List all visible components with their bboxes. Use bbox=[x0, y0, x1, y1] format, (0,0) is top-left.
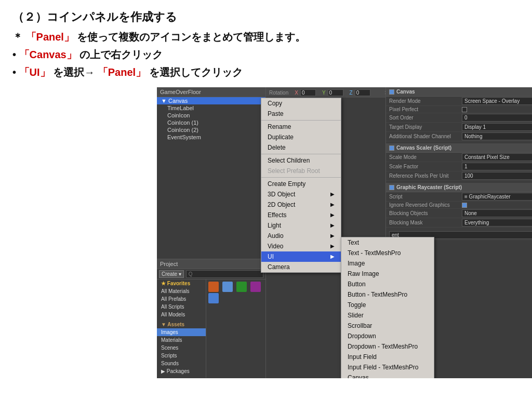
bullet2-suffix: の上で右クリック bbox=[79, 49, 163, 60]
context-select-children[interactable]: Select Children bbox=[261, 155, 341, 166]
all-models-item[interactable]: All Models bbox=[157, 311, 206, 318]
context-select-prefab-root: Select Prefab Root bbox=[261, 166, 341, 176]
all-scripts-item[interactable]: All Scripts bbox=[157, 303, 206, 311]
separator-1 bbox=[261, 120, 341, 121]
canvas-scaler-title: Canvas Scaler (Script) bbox=[396, 145, 451, 151]
images-folder[interactable]: Images bbox=[157, 328, 206, 336]
submenu-text-meshpro[interactable]: Text - TextMeshPro bbox=[341, 248, 434, 258]
scaler-enabled-checkbox[interactable] bbox=[389, 145, 394, 151]
submenu-raw-image[interactable]: Raw Image bbox=[341, 269, 434, 279]
ref-pixels-value[interactable]: 100 bbox=[462, 172, 532, 180]
context-create-empty[interactable]: Create Empty bbox=[261, 179, 341, 189]
canvas-enabled-checkbox[interactable] bbox=[389, 89, 394, 95]
pixel-perfect-label: Pixel Perfect bbox=[389, 107, 462, 112]
context-menu: Copy Paste Rename Duplicate Delete Selec… bbox=[261, 98, 341, 273]
assets-section: ▼ Assets bbox=[157, 321, 206, 328]
scale-mode-label: Scale Mode bbox=[389, 154, 462, 160]
blocking-mask-value[interactable]: Everything bbox=[462, 219, 532, 227]
screenshot-container: Rotation X 0 Y 0 Z 0 Scale X 1 Y 1 Z 1 G… bbox=[157, 87, 532, 378]
shader-channel-row: Additional Shader Channel Nothing bbox=[386, 132, 532, 141]
context-effects[interactable]: Effects bbox=[261, 210, 341, 220]
project-search-input[interactable] bbox=[186, 270, 263, 278]
blocking-mask-row: Blocking Mask Everything bbox=[386, 218, 532, 228]
submenu-dropdown-meshpro[interactable]: Dropdown - TextMeshPro bbox=[341, 341, 434, 352]
submenu-toggle[interactable]: Toggle bbox=[341, 300, 434, 310]
canvas-red-text: 「Canvas」 bbox=[19, 49, 77, 60]
scale-mode-value[interactable]: Constant Pixel Size bbox=[462, 153, 532, 161]
ui-red-text: 「UI」 bbox=[19, 66, 50, 78]
rotation-z-value: 0 bbox=[355, 89, 370, 96]
canvas-scaler-header: Canvas Scaler (Script) ℹ bbox=[386, 143, 532, 153]
materials-folder[interactable]: Materials bbox=[157, 336, 206, 344]
context-duplicate[interactable]: Duplicate bbox=[261, 132, 341, 142]
script-row: Script ≡ GraphicRaycaster bbox=[386, 192, 532, 202]
blocking-objects-value[interactable]: None bbox=[462, 209, 532, 217]
blocking-mask-label: Blocking Mask bbox=[389, 220, 462, 225]
submenu-input-field[interactable]: Input Field bbox=[341, 352, 434, 362]
raycaster-header: Graphic Raycaster (Script) ℹ bbox=[386, 183, 532, 192]
pixel-perfect-row: Pixel Perfect bbox=[386, 106, 532, 113]
context-3d-object[interactable]: 3D Object bbox=[261, 189, 341, 200]
render-mode-value[interactable]: Screen Space - Overlay bbox=[462, 97, 532, 105]
rotation-label: Rotation bbox=[269, 90, 288, 96]
submenu-button[interactable]: Button bbox=[341, 279, 434, 289]
submenu-canvas[interactable]: Canvas bbox=[341, 373, 434, 378]
context-video[interactable]: Video bbox=[261, 241, 341, 251]
hierarchy-item-timelabel[interactable]: TimeLabel bbox=[157, 104, 265, 112]
create-button[interactable]: Create ▾ bbox=[159, 270, 184, 278]
scenes-folder[interactable]: Scenes bbox=[157, 344, 206, 352]
rotation-y-group: Y 0 bbox=[322, 89, 343, 96]
target-display-label: Target Display bbox=[389, 124, 462, 130]
rotation-y-value: 0 bbox=[328, 89, 343, 96]
ignore-reversed-checkbox[interactable] bbox=[462, 203, 467, 208]
context-paste[interactable]: Paste bbox=[261, 109, 341, 119]
context-2d-object[interactable]: 2D Object bbox=[261, 200, 341, 210]
scale-factor-value[interactable]: 1 bbox=[462, 163, 532, 170]
shader-channel-value[interactable]: Nothing bbox=[462, 132, 532, 140]
ref-pixels-row: Reference Pixels Per Unit 100 bbox=[386, 171, 532, 181]
ignore-reversed-label: Ignore Reversed Graphics bbox=[389, 202, 462, 208]
target-display-value[interactable]: Display 1 bbox=[462, 123, 532, 131]
context-ui[interactable]: UI bbox=[261, 251, 341, 262]
sounds-folder[interactable]: Sounds bbox=[157, 360, 206, 367]
packages-folder[interactable]: ▶ Packages bbox=[157, 367, 206, 375]
submenu-input-field-meshpro[interactable]: Input Field - TextMeshPro bbox=[341, 362, 434, 373]
render-mode-label: Render Mode bbox=[389, 98, 462, 104]
hierarchy-item-coinicon[interactable]: CoinIcon bbox=[157, 112, 265, 119]
context-audio[interactable]: Audio bbox=[261, 231, 341, 241]
script-value[interactable]: ≡ GraphicRaycaster bbox=[462, 193, 532, 201]
submenu-image[interactable]: Image bbox=[341, 258, 434, 269]
pixel-perfect-checkbox[interactable] bbox=[462, 107, 467, 112]
submenu-slider[interactable]: Slider bbox=[341, 310, 434, 321]
hierarchy-item-coinicon2[interactable]: CoinIcon (2) bbox=[157, 126, 265, 134]
all-prefabs-item[interactable]: All Prefabs bbox=[157, 295, 206, 303]
submenu-button-meshpro[interactable]: Button - TextMeshPro bbox=[341, 289, 434, 300]
raycaster-title: Graphic Raycaster (Script) bbox=[396, 184, 462, 190]
canvas-component-title: Canvas bbox=[396, 89, 415, 95]
hierarchy-item-coinicon1[interactable]: CoinIcon (1) bbox=[157, 119, 265, 126]
context-light[interactable]: Light bbox=[261, 220, 341, 231]
target-display-row: Target Display Display 1 bbox=[386, 123, 532, 132]
title-line: （２）コインパネルを作成する bbox=[12, 9, 520, 25]
sort-order-value[interactable]: 0 bbox=[462, 114, 532, 122]
bullet3-mid: を選択→ bbox=[53, 66, 95, 78]
scale-mode-row: Scale Mode Constant Pixel Size bbox=[386, 153, 532, 162]
asset-thumb-3 bbox=[236, 282, 247, 292]
context-camera[interactable]: Camera bbox=[261, 262, 341, 272]
raycaster-enabled-checkbox[interactable] bbox=[389, 185, 394, 190]
all-materials-item[interactable]: All Materials bbox=[157, 287, 206, 295]
bullet1-line: ＊ 「Panel」 を使って複数のアイコンをまとめて管理します。 bbox=[12, 29, 520, 45]
bullet3-line: • 「UI」 を選択→ 「Panel」 を選択してクリック bbox=[12, 64, 520, 80]
submenu-text[interactable]: Text bbox=[341, 237, 434, 248]
submenu-dropdown[interactable]: Dropdown bbox=[341, 331, 434, 341]
scale-factor-row: Scale Factor 1 bbox=[386, 162, 532, 171]
context-delete[interactable]: Delete bbox=[261, 142, 341, 153]
hierarchy-item-canvas[interactable]: ▼ Canvas bbox=[157, 97, 265, 104]
context-rename[interactable]: Rename bbox=[261, 122, 341, 132]
context-copy[interactable]: Copy bbox=[261, 98, 341, 109]
separator-3 bbox=[261, 177, 341, 178]
hierarchy-item-eventsystem[interactable]: EventSystem bbox=[157, 134, 265, 141]
submenu-scrollbar[interactable]: Scrollbar bbox=[341, 321, 434, 331]
scripts-folder[interactable]: Scripts bbox=[157, 352, 206, 360]
project-header: Project bbox=[157, 259, 265, 269]
